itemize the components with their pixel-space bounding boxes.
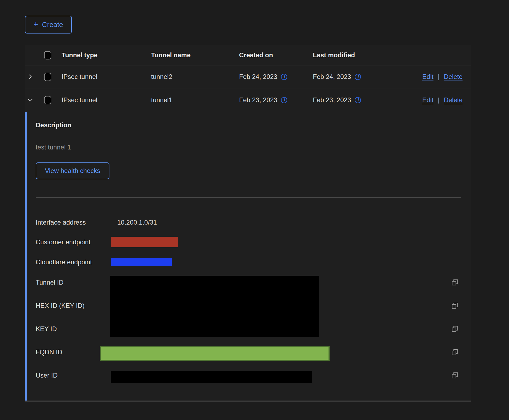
action-separator: | xyxy=(438,96,439,104)
tunnel-detail-panel: Description test tunnel 1 View health ch… xyxy=(25,112,471,401)
info-icon[interactable]: i xyxy=(281,97,287,103)
customer-endpoint-label: Customer endpoint xyxy=(36,238,91,246)
fqdn-id-redacted-value xyxy=(100,346,330,361)
create-button[interactable]: + Create xyxy=(25,16,72,34)
column-header-last-modified: Last modified xyxy=(307,51,388,59)
description-value: test tunnel 1 xyxy=(36,144,71,151)
tunnel-name-cell: tunnel2 xyxy=(145,73,233,81)
plus-icon: + xyxy=(34,20,38,28)
table-row: IPsec tunnel tunnel2 Feb 24, 2023 i Feb … xyxy=(25,65,471,88)
tunnel-type-cell: IPsec tunnel xyxy=(56,96,145,104)
created-on-value: Feb 24, 2023 xyxy=(239,73,277,81)
tunnel-name-cell: tunnel1 xyxy=(145,96,233,104)
row-checkbox[interactable] xyxy=(44,73,51,81)
info-icon[interactable]: i xyxy=(355,97,361,103)
column-header-created-on: Created on xyxy=(233,51,307,59)
last-modified-value: Feb 23, 2023 xyxy=(313,96,351,104)
table-row: IPsec tunnel tunnel1 Feb 23, 2023 i Feb … xyxy=(25,88,471,112)
delete-link[interactable]: Delete xyxy=(444,96,463,104)
tunnel-ids-redacted-value xyxy=(110,276,319,337)
copy-icon[interactable] xyxy=(451,348,459,356)
last-modified-value: Feb 24, 2023 xyxy=(313,73,351,81)
interface-address-label: Interface address xyxy=(36,218,86,226)
info-icon[interactable]: i xyxy=(355,74,361,80)
table-bottom-divider xyxy=(25,401,471,402)
user-id-redacted-value xyxy=(111,371,312,383)
user-id-label: User ID xyxy=(36,371,58,379)
table-header-row: Tunnel type Tunnel name Created on Last … xyxy=(25,45,471,65)
action-separator: | xyxy=(438,73,439,81)
create-button-label: Create xyxy=(42,21,63,29)
copy-icon[interactable] xyxy=(451,372,459,379)
cloudflare-endpoint-label: Cloudflare endpoint xyxy=(36,258,92,266)
hex-id-label: HEX ID (KEY ID) xyxy=(36,302,85,310)
header-checkbox-cell xyxy=(37,51,56,59)
column-header-tunnel-name: Tunnel name xyxy=(145,51,233,59)
copy-icon[interactable] xyxy=(451,302,459,309)
row-checkbox[interactable] xyxy=(44,96,51,104)
description-heading: Description xyxy=(36,121,71,129)
edit-link[interactable]: Edit xyxy=(422,96,433,104)
copy-icon[interactable] xyxy=(451,325,459,333)
select-all-checkbox[interactable] xyxy=(44,51,51,59)
chevron-down-icon[interactable] xyxy=(27,97,34,103)
copy-icon[interactable] xyxy=(451,279,459,286)
delete-link[interactable]: Delete xyxy=(444,73,463,81)
chevron-right-icon[interactable] xyxy=(27,74,34,80)
view-health-checks-button[interactable]: View health checks xyxy=(36,162,109,179)
customer-endpoint-redacted-value xyxy=(111,237,178,247)
interface-address-value: 10.200.1.0/31 xyxy=(117,218,157,226)
info-icon[interactable]: i xyxy=(281,74,287,80)
edit-link[interactable]: Edit xyxy=(422,73,433,81)
key-id-label: KEY ID xyxy=(36,325,57,333)
column-header-tunnel-type: Tunnel type xyxy=(56,51,145,59)
tunnels-page: + Create Tunnel type Tunnel name Created… xyxy=(0,0,509,420)
created-on-value: Feb 23, 2023 xyxy=(239,96,277,104)
tunnel-type-cell: IPsec tunnel xyxy=(56,73,145,81)
tunnel-id-label: Tunnel ID xyxy=(36,278,63,286)
panel-divider xyxy=(36,198,461,198)
cloudflare-endpoint-redacted-value xyxy=(111,258,172,266)
fqdn-id-label: FQDN ID xyxy=(36,348,62,356)
tunnels-table: Tunnel type Tunnel name Created on Last … xyxy=(25,45,471,402)
